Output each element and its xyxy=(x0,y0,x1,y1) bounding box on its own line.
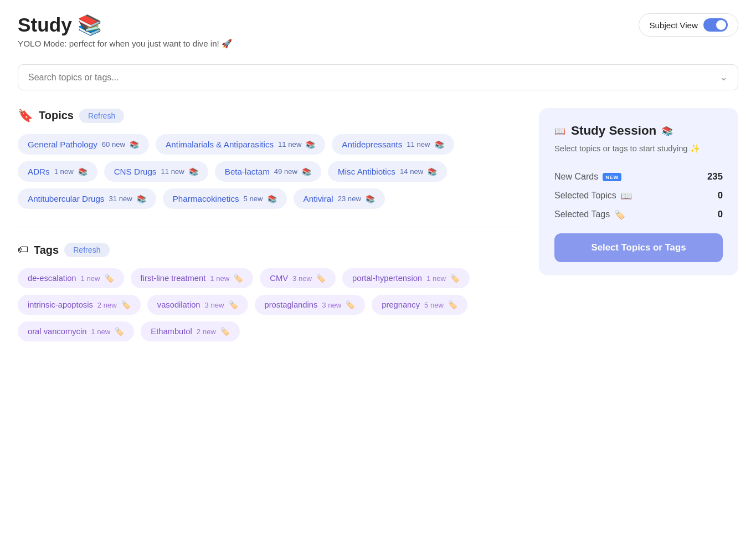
tag-chip[interactable]: intrinsic-apoptosis2 new🏷️ xyxy=(18,295,141,315)
topic-chip[interactable]: ADRs1 new📚 xyxy=(18,161,97,182)
chip-count: 5 new xyxy=(424,301,444,309)
chip-count: 1 new xyxy=(81,274,100,283)
chip-label: oral vancomycin xyxy=(28,327,86,336)
header-left: Study 📚 YOLO Mode: perfect for when you … xyxy=(18,13,232,49)
tag-chip[interactable]: pregnancy5 new🏷️ xyxy=(372,295,467,315)
selected-tags-icon: 🏷️ xyxy=(614,209,625,220)
session-title: 📖 Study Session 📚 xyxy=(554,124,723,138)
topic-chip[interactable]: Antidepressants11 new📚 xyxy=(332,134,454,155)
chip-count: 3 new xyxy=(205,301,224,309)
chip-label: Beta-lactam xyxy=(225,167,270,176)
chip-icon: 📚 xyxy=(306,140,315,149)
chip-count: 5 new xyxy=(244,195,263,203)
topics-refresh-button[interactable]: Refresh xyxy=(79,109,124,123)
subject-view-label: Subject View xyxy=(649,21,698,30)
chip-count: 3 new xyxy=(322,301,341,309)
chip-count: 3 new xyxy=(292,274,312,283)
new-cards-row: New Cards NEW 235 xyxy=(554,171,723,182)
chip-label: Misc Antibiotics xyxy=(338,167,395,176)
search-input[interactable] xyxy=(28,73,719,83)
topic-chip[interactable]: CNS Drugs11 new📚 xyxy=(104,161,208,182)
tag-chip[interactable]: CMV3 new🏷️ xyxy=(260,268,336,288)
session-heading: Study Session xyxy=(571,124,656,138)
topic-chip[interactable]: Antitubercular Drugs31 new📚 xyxy=(18,188,156,209)
chip-icon: 🏷️ xyxy=(450,274,460,283)
chip-icon: 🏷️ xyxy=(121,300,131,309)
chip-icon: 📚 xyxy=(366,195,375,203)
chip-label: Ethambutol xyxy=(151,327,192,336)
topic-chip[interactable]: Misc Antibiotics14 new📚 xyxy=(328,161,447,182)
tag-chip[interactable]: prostaglandins3 new🏷️ xyxy=(255,295,366,315)
chip-count: 49 new xyxy=(274,167,297,176)
chip-icon: 🏷️ xyxy=(448,300,457,309)
chip-label: Antitubercular Drugs xyxy=(28,194,104,203)
subject-view-toggle[interactable]: Subject View xyxy=(639,13,738,37)
topic-chip[interactable]: General Pathology60 new📚 xyxy=(18,134,149,155)
chip-icon: 🏷️ xyxy=(346,300,355,309)
selected-topics-row: Selected Topics 📖 0 xyxy=(554,190,723,201)
chip-label: Antimalarials & Antiparasitics xyxy=(166,140,274,149)
chip-icon: 📚 xyxy=(302,167,311,176)
chip-label: CMV xyxy=(270,274,288,283)
tag-chip[interactable]: de-escalation1 new🏷️ xyxy=(18,268,124,288)
tag-chip[interactable]: vasodilation3 new🏷️ xyxy=(147,295,248,315)
chip-count: 23 new xyxy=(338,195,361,203)
tags-refresh-button[interactable]: Refresh xyxy=(64,243,109,257)
search-bar: ⌄ xyxy=(18,64,738,90)
topics-grid: General Pathology60 new📚Antimalarials & … xyxy=(18,134,521,209)
session-books-icon: 📚 xyxy=(662,126,673,136)
selected-topics-value: 0 xyxy=(718,190,723,201)
chip-icon: 🏷️ xyxy=(316,274,326,283)
chip-count: 31 new xyxy=(109,195,132,203)
selected-tags-row: Selected Tags 🏷️ 0 xyxy=(554,209,723,220)
chip-count: 2 new xyxy=(97,301,117,309)
selected-tags-value: 0 xyxy=(718,209,723,220)
chip-icon: 📚 xyxy=(130,140,139,149)
topic-chip[interactable]: Beta-lactam49 new📚 xyxy=(215,161,321,182)
chip-count: 1 new xyxy=(426,274,446,283)
selected-topics-label: Selected Topics 📖 xyxy=(554,191,632,201)
chip-count: 1 new xyxy=(54,167,74,176)
chip-count: 11 new xyxy=(278,140,301,149)
topic-chip[interactable]: Antiviral23 new📚 xyxy=(294,188,385,209)
chip-label: General Pathology xyxy=(28,140,97,149)
topic-chip[interactable]: Antimalarials & Antiparasitics11 new📚 xyxy=(156,134,325,155)
session-stats: New Cards NEW 235 Selected Topics 📖 0 Se… xyxy=(554,171,723,220)
open-book-icon: 📖 xyxy=(554,126,565,136)
page-title: Study 📚 xyxy=(18,13,232,37)
topic-chip[interactable]: Pharmacokinetics5 new📚 xyxy=(163,188,287,209)
section-divider xyxy=(18,227,521,227)
tag-chip[interactable]: Ethambutol2 new🏷️ xyxy=(141,321,239,341)
chip-label: intrinsic-apoptosis xyxy=(28,300,93,309)
selected-topics-icon: 📖 xyxy=(621,191,632,201)
chip-count: 1 new xyxy=(210,274,229,283)
new-badge: NEW xyxy=(603,173,621,181)
chip-count: 2 new xyxy=(197,328,216,336)
tag-chip[interactable]: oral vancomycin1 new🏷️ xyxy=(18,321,134,341)
chip-icon: 📚 xyxy=(189,167,198,176)
toggle-switch[interactable] xyxy=(703,18,728,32)
books-icon: 📚 xyxy=(78,13,102,37)
study-session-card: 📖 Study Session 📚 Select topics or tags … xyxy=(539,108,738,275)
page-subtitle: YOLO Mode: perfect for when you just wan… xyxy=(18,39,232,49)
chip-label: prostaglandins xyxy=(265,300,318,309)
chip-icon: 🏷️ xyxy=(229,300,238,309)
tags-heading: Tags xyxy=(34,244,59,257)
chip-icon: 🏷️ xyxy=(105,274,114,283)
topics-icon: 🔖 xyxy=(18,108,33,123)
tags-section-header: 🏷 Tags Refresh xyxy=(18,243,521,257)
new-cards-label: New Cards NEW xyxy=(554,172,621,182)
chip-label: vasodilation xyxy=(157,300,200,309)
tag-chip[interactable]: first-line treatment1 new🏷️ xyxy=(131,268,254,288)
tag-chip[interactable]: portal-hypertension1 new🏷️ xyxy=(342,268,470,288)
chip-count: 11 new xyxy=(407,140,430,149)
chip-label: pregnancy xyxy=(382,300,420,309)
page-header: Study 📚 YOLO Mode: perfect for when you … xyxy=(18,13,738,49)
chip-label: de-escalation xyxy=(28,274,76,283)
main-layout: 🔖 Topics Refresh General Pathology60 new… xyxy=(18,108,738,359)
chip-label: CNS Drugs xyxy=(114,167,157,176)
chip-count: 11 new xyxy=(161,167,184,176)
chip-icon: 📚 xyxy=(78,167,88,176)
select-topics-tags-button[interactable]: Select Topics or Tags xyxy=(554,233,723,262)
chip-icon: 📚 xyxy=(268,195,277,203)
